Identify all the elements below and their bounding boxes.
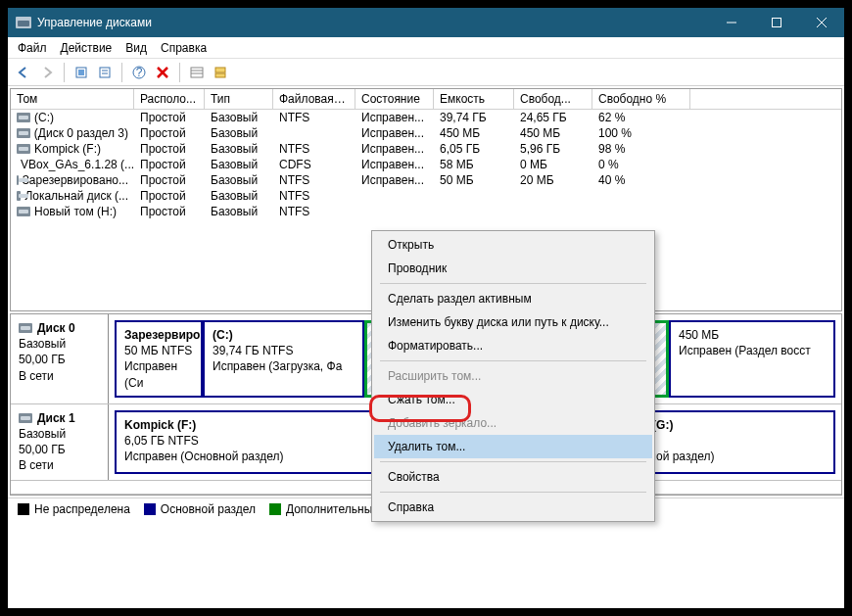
svg-rect-13 (191, 68, 203, 77)
tile-icon[interactable] (211, 63, 230, 82)
col-fs[interactable]: Файловая с... (273, 89, 355, 109)
svg-rect-5 (78, 70, 84, 75)
partition-recovery[interactable]: 450 МБ Исправен (Раздел восст (669, 320, 835, 398)
svg-rect-16 (215, 68, 225, 72)
col-state[interactable]: Состояние (355, 89, 434, 109)
menu-bar: Файл Действие Вид Справка (8, 37, 844, 59)
table-row[interactable]: Локальнай диск (...ПростойБазовыйNTFS (11, 188, 841, 204)
disk-icon (17, 113, 30, 122)
menu-help[interactable]: Справка (161, 41, 207, 55)
window-title: Управление дисками (37, 16, 152, 29)
disk-icon (19, 413, 32, 423)
col-type[interactable]: Тип (205, 89, 273, 109)
col-freepct[interactable]: Свободно % (592, 89, 690, 109)
maximize-button[interactable] (754, 8, 799, 37)
ctx-open[interactable]: Открыть (374, 233, 652, 257)
table-row[interactable]: VBox_GAs_6.1.28 (...ПростойБазовыйCDFSИс… (11, 157, 841, 172)
disk-1-label[interactable]: Диск 1 Базовый 50,00 ГБ В сети (11, 404, 109, 480)
disk-0-label[interactable]: Диск 0 Базовый 50,00 ГБ В сети (11, 314, 109, 403)
minimize-button[interactable] (709, 8, 754, 37)
ctx-format[interactable]: Форматировать... (374, 334, 652, 357)
disk-icon (17, 207, 30, 216)
disk-icon (17, 191, 21, 201)
table-header: Том Располо... Тип Файловая с... Состоян… (11, 89, 841, 110)
menu-file[interactable]: Файл (18, 41, 47, 55)
disk-icon (19, 323, 32, 333)
table-row[interactable]: (C:)ПростойБазовыйNTFSИсправен...39,74 Г… (11, 110, 841, 125)
col-layout[interactable]: Располо... (134, 89, 205, 109)
svg-rect-17 (215, 73, 225, 77)
menu-view[interactable]: Вид (125, 41, 147, 55)
disk-icon (17, 175, 19, 185)
table-row[interactable]: Новый том (H:)ПростойБазовыйNTFS (11, 204, 841, 219)
ctx-properties[interactable]: Свойства (374, 465, 652, 489)
properties-icon[interactable] (95, 63, 115, 82)
toolbar: ? (8, 59, 844, 86)
ctx-delete-volume[interactable]: Удалить том... (374, 435, 652, 458)
list-icon[interactable] (187, 63, 207, 82)
col-capacity[interactable]: Емкость (434, 89, 514, 109)
ctx-shrink[interactable]: Сжать том... (374, 388, 652, 411)
forward-icon[interactable] (37, 63, 57, 82)
ctx-letter[interactable]: Изменить букву диска или путь к диску... (374, 310, 652, 334)
ctx-active[interactable]: Сделать раздел активным (374, 287, 652, 310)
svg-rect-1 (773, 19, 781, 27)
close-button[interactable] (799, 8, 844, 37)
ctx-explorer[interactable]: Проводник (374, 257, 652, 280)
disk-management-window: Управление дисками Файл Действие Вид Спр… (8, 8, 844, 608)
col-volume[interactable]: Том (11, 89, 134, 109)
back-icon[interactable] (14, 63, 33, 82)
table-row[interactable]: (Диск 0 раздел 3)ПростойБазовыйИсправен.… (11, 125, 841, 141)
table-row[interactable]: Kompick (F:)ПростойБазовыйNTFSИсправен..… (11, 141, 841, 157)
table-row[interactable]: Зарезервировано...ПростойБазовыйNTFSИспр… (11, 172, 841, 188)
ctx-help[interactable]: Справка (374, 496, 652, 519)
context-menu: Открыть Проводник Сделать раздел активны… (371, 230, 655, 522)
svg-text:?: ? (136, 66, 143, 79)
ctx-mirror: Добавить зеркало... (374, 411, 652, 435)
partition-c[interactable]: (C:) 39,74 ГБ NTFS Исправен (Загрузка, Ф… (203, 320, 364, 398)
help-icon[interactable]: ? (129, 63, 149, 82)
col-free[interactable]: Свобод... (514, 89, 592, 109)
refresh-icon[interactable] (71, 63, 91, 82)
disk-icon (17, 144, 30, 154)
ctx-extend: Расширить том... (374, 364, 652, 388)
partition-reserved[interactable]: Зарезервиро 50 МБ NTFS Исправен (Си (115, 320, 203, 398)
disk-icon (17, 128, 30, 138)
delete-icon[interactable] (153, 63, 172, 82)
app-icon (16, 17, 31, 28)
svg-rect-6 (100, 68, 110, 77)
menu-action[interactable]: Действие (61, 41, 113, 55)
title-bar: Управление дисками (8, 8, 844, 37)
